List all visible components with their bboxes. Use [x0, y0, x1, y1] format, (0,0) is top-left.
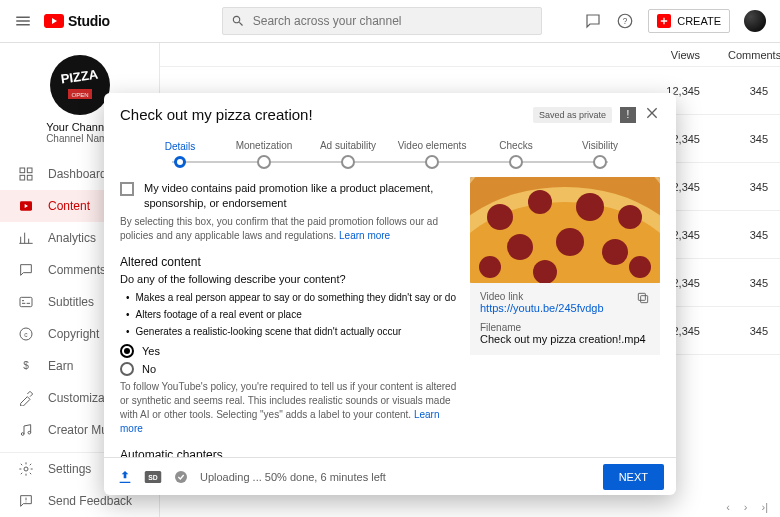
video-meta: Video link https://youtu.be/245fvdgb Fil…: [470, 283, 660, 355]
svg-rect-33: [638, 293, 645, 300]
svg-point-26: [507, 234, 533, 260]
create-button[interactable]: CREATE: [648, 9, 730, 33]
altered-content-question: Do any of the following describe your co…: [120, 273, 458, 285]
paid-promo-note: By selecting this box, you confirm that …: [120, 215, 458, 243]
copy-link-icon[interactable]: [636, 291, 650, 307]
svg-point-30: [629, 256, 651, 278]
youtube-icon: [44, 14, 64, 28]
radio-icon: [120, 344, 134, 358]
paid-promo-label: My video contains paid promotion like a …: [144, 181, 458, 211]
step-visibility[interactable]: Visibility: [558, 140, 642, 169]
altered-note: To follow YouTube's policy, you're requi…: [120, 380, 458, 436]
step-details[interactable]: Details: [138, 141, 222, 168]
altered-bullets: Makes a real person appear to say or do …: [120, 289, 458, 340]
feedback-icon[interactable]: !: [620, 107, 636, 123]
close-icon[interactable]: [644, 105, 660, 124]
filename-value: Check out my pizza creation!.mp4: [480, 333, 650, 345]
video-details-modal: Check out my pizza creation! Saved as pr…: [104, 93, 676, 495]
saved-badge: Saved as private: [533, 107, 612, 123]
svg-point-28: [602, 239, 628, 265]
app-header: Studio ? CREATE: [0, 0, 780, 43]
svg-point-31: [479, 256, 501, 278]
next-button[interactable]: NEXT: [603, 464, 664, 490]
modal-footer: SD Uploading ... 50% done, 6 minutes lef…: [104, 457, 676, 495]
youtube-studio-logo[interactable]: Studio: [44, 13, 110, 29]
svg-text:?: ?: [623, 17, 628, 26]
search-icon: [231, 14, 245, 28]
radio-label: Yes: [142, 345, 160, 357]
brand-text: Studio: [68, 13, 110, 29]
video-link[interactable]: https://youtu.be/245fvdgb: [480, 302, 650, 314]
svg-text:SD: SD: [148, 474, 158, 481]
bullet: Makes a real person appear to say or do …: [126, 289, 458, 306]
learn-more-link[interactable]: Learn more: [339, 230, 390, 241]
step-video-elements[interactable]: Video elements: [390, 140, 474, 169]
svg-point-25: [618, 205, 642, 229]
altered-yes-radio[interactable]: Yes: [120, 344, 458, 358]
header-right: ? CREATE: [584, 9, 766, 33]
hd-icon[interactable]: SD: [144, 468, 162, 486]
filename-label: Filename: [480, 322, 650, 333]
video-preview-panel: Video link https://youtu.be/245fvdgb Fil…: [470, 177, 660, 449]
radio-icon: [120, 362, 134, 376]
bullet: Generates a realistic-looking scene that…: [126, 323, 458, 340]
video-thumbnail[interactable]: [470, 177, 660, 283]
modal-title: Check out my pizza creation!: [120, 106, 525, 123]
search-input[interactable]: [253, 14, 533, 28]
help-icon[interactable]: ?: [616, 12, 634, 30]
modal-backdrop: Check out my pizza creation! Saved as pr…: [0, 43, 780, 517]
search-container: [222, 7, 542, 35]
paid-promo-checkbox[interactable]: [120, 182, 134, 196]
svg-point-27: [556, 228, 584, 256]
altered-content-title: Altered content: [120, 255, 458, 269]
svg-point-29: [533, 260, 557, 283]
auto-chapters-title: Automatic chapters: [120, 448, 458, 457]
create-plus-icon: [657, 14, 671, 28]
details-form: My video contains paid promotion like a …: [120, 177, 458, 449]
svg-point-23: [528, 190, 552, 214]
check-circle-icon: [172, 468, 190, 486]
svg-point-24: [576, 193, 604, 221]
modal-header: Check out my pizza creation! Saved as pr…: [104, 93, 676, 128]
menu-icon[interactable]: [14, 12, 32, 30]
svg-rect-32: [641, 296, 648, 303]
svg-point-22: [487, 204, 513, 230]
altered-no-radio[interactable]: No: [120, 362, 458, 376]
chat-help-icon[interactable]: [584, 12, 602, 30]
video-link-label: Video link: [480, 291, 650, 302]
radio-label: No: [142, 363, 156, 375]
account-avatar[interactable]: [744, 10, 766, 32]
step-ad-suitability[interactable]: Ad suitability: [306, 140, 390, 169]
bullet: Alters footage of a real event or place: [126, 306, 458, 323]
step-monetization[interactable]: Monetization: [222, 140, 306, 169]
step-checks[interactable]: Checks: [474, 140, 558, 169]
search-box[interactable]: [222, 7, 542, 35]
paid-promo-row[interactable]: My video contains paid promotion like a …: [120, 181, 458, 211]
upload-status: Uploading ... 50% done, 6 minutes left: [200, 471, 386, 483]
svg-point-36: [175, 471, 187, 483]
upload-icon[interactable]: [116, 468, 134, 486]
create-label: CREATE: [677, 15, 721, 27]
modal-body: My video contains paid promotion like a …: [104, 169, 676, 457]
